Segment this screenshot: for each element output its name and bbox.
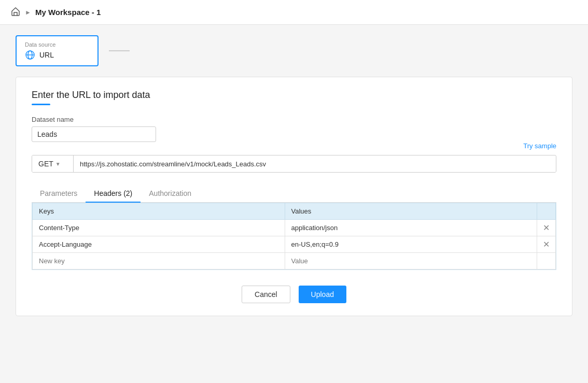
value-cell-1 [285,220,537,236]
datasource-row: Data source URL [16,35,572,66]
value-input-1[interactable] [285,220,537,236]
method-value: GET [38,160,53,168]
dataset-label: Dataset name [32,116,556,123]
chevron-down-icon: ▼ [55,161,61,167]
url-row: GET ▼ [32,155,556,173]
new-key-cell [33,253,285,269]
headers-table: Keys Values ✕ [32,203,556,269]
value-cell-2 [285,236,537,253]
new-key-input[interactable] [33,253,285,269]
tabs-row: Parameters Headers (2) Authorization [32,185,556,203]
breadcrumb-separator: ► [25,9,31,16]
col-values: Values [285,203,537,220]
cancel-button[interactable]: Cancel [242,286,290,303]
main-card: Enter the URL to import data Dataset nam… [16,77,572,316]
action-row: Cancel Upload [32,286,556,303]
try-sample-link[interactable]: Try sample [523,142,556,150]
table-header-row: Keys Values [33,203,556,220]
value-input-2[interactable] [285,236,537,252]
new-value-input[interactable] [285,253,537,269]
key-input-2[interactable] [33,236,285,252]
delete-row-1[interactable]: ✕ [537,220,556,236]
table-row: ✕ [33,220,556,236]
workspace-title: My Workspace - 1 [35,8,101,17]
url-icon [25,50,35,60]
datasource-card[interactable]: Data source URL [16,35,99,66]
key-input-1[interactable] [33,220,285,236]
tabs-content: Keys Values ✕ [32,203,556,270]
method-select[interactable]: GET ▼ [32,155,74,172]
try-sample-row: Try sample [32,142,556,150]
tab-authorization[interactable]: Authorization [141,185,200,203]
url-input[interactable] [74,156,556,172]
title-underline [32,104,50,105]
table-row: ✕ [33,236,556,253]
dataset-name-input[interactable] [32,126,156,142]
new-value-cell [285,253,537,269]
page-content: Data source URL Enter the URL to import … [0,25,588,327]
col-actions [537,203,556,220]
section-title: Enter the URL to import data [32,90,556,101]
tab-parameters[interactable]: Parameters [32,185,86,203]
key-cell-1 [33,220,285,236]
datasource-name-text: URL [39,51,54,59]
col-keys: Keys [33,203,285,220]
datasource-next-line [109,50,130,51]
home-icon[interactable] [10,6,21,18]
tab-headers[interactable]: Headers (2) [86,185,141,203]
datasource-name: URL [25,50,89,60]
new-key-row [33,253,556,269]
key-cell-2 [33,236,285,253]
datasource-label: Data source [25,41,89,48]
top-bar: ► My Workspace - 1 [0,0,588,25]
new-row-action [537,253,556,269]
delete-row-2[interactable]: ✕ [537,236,556,253]
upload-button[interactable]: Upload [299,286,346,303]
